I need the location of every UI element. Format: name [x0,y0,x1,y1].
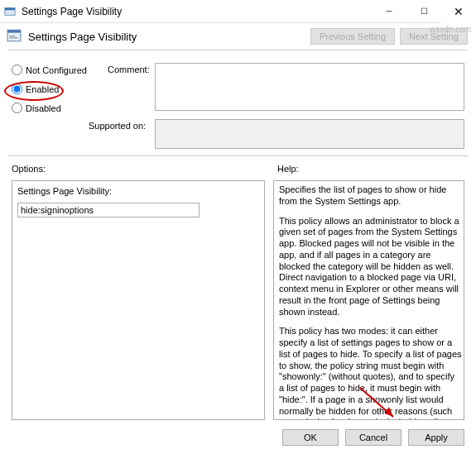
close-button[interactable]: ✕ [441,0,476,23]
divider-top [8,50,468,50]
svg-rect-1 [5,7,15,10]
help-panel[interactable]: Specifies the list of pages to show or h… [273,180,464,420]
button-row: OK Cancel Apply [276,429,464,446]
options-heading: Options: [12,164,46,174]
comment-input[interactable] [155,63,464,111]
comment-label: Comment: [108,65,150,74]
options-panel: Settings Page Visibility: [12,180,265,420]
radio-not-configured-label: Not Configured [26,65,87,75]
maximize-button[interactable]: ☐ [406,0,441,23]
supported-input [155,119,464,149]
previous-setting-button[interactable]: Previous Setting [310,28,395,45]
help-heading: Help: [277,164,299,174]
divider-mid [8,155,468,156]
supported-label: Supported on: [89,121,146,131]
help-paragraph-2: This policy allows an administrator to b… [279,216,462,318]
apply-button[interactable]: Apply [408,429,464,446]
app-icon [0,6,20,17]
options-field-label: Settings Page Visibility: [17,186,259,196]
radio-not-configured[interactable]: Not Configured [12,65,87,75]
ok-button[interactable]: OK [282,429,339,446]
cancel-button[interactable]: Cancel [345,429,401,446]
window-title: Settings Page Visibility [20,6,372,17]
svg-rect-5 [9,37,17,38]
state-radios: Not Configured Enabled Disabled [12,65,87,122]
radio-disabled[interactable]: Disabled [12,103,87,113]
options-highlight [17,203,200,217]
svg-rect-4 [9,36,15,36]
svg-rect-3 [7,30,21,32]
page-title: Settings Page Visibility [25,31,305,43]
watermark: wsxdn.com [430,25,471,34]
help-paragraph-1: Specifies the list of pages to show or h… [279,184,462,208]
titlebar: Settings Page Visibility ─ ☐ ✕ [0,0,476,23]
radio-enabled-input[interactable] [12,84,22,94]
help-paragraph-3: This policy has two modes: it can either… [279,326,462,420]
settings-visibility-input[interactable] [17,203,200,217]
radio-enabled[interactable]: Enabled [12,84,87,94]
minimize-button[interactable]: ─ [372,0,406,23]
radio-not-configured-input[interactable] [12,65,22,75]
radio-disabled-input[interactable] [12,103,22,113]
radio-enabled-label: Enabled [26,84,59,94]
header-row: Settings Page Visibility Previous Settin… [0,23,476,48]
policy-icon [7,28,25,45]
radio-disabled-label: Disabled [26,103,61,113]
